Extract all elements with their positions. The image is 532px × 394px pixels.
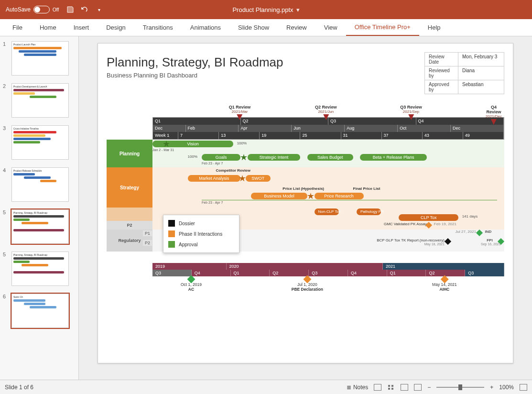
tab-help[interactable]: Help: [419, 19, 449, 36]
timescale: Q1Q2Q3Q4 DecFebAprJunAugOctDec Week 1713…: [152, 117, 504, 140]
timeline[interactable]: Q1 Review2021/Mar Q2 Review2021/Jun Q3 R…: [107, 105, 504, 296]
tab-design[interactable]: Design: [98, 19, 134, 36]
thumb-3[interactable]: 3Cross-Initiative Timeline: [0, 123, 78, 165]
ribbon-tabs: File Home Insert Design Transitions Anim…: [0, 19, 532, 36]
milestone-ac: Oct 1, 2019AC: [181, 276, 202, 292]
task-plans[interactable]: Beta + Release Plans: [360, 154, 427, 161]
slide-thumbnail-panel[interactable]: 1Product Launch Plan 2Product Developmen…: [0, 36, 79, 380]
zoom-in-button[interactable]: +: [490, 384, 493, 391]
meta-table: Review DateMon, February 3 Reviewed byDi…: [424, 52, 504, 94]
diamond-icon: [445, 238, 451, 245]
task-market-analysis[interactable]: Market Analysis: [188, 175, 240, 182]
tab-home[interactable]: Home: [31, 19, 65, 36]
review-q4: Q4 Review2021/Dec: [486, 105, 502, 125]
toggle-switch[interactable]: [33, 6, 50, 13]
task-business-model[interactable]: Business Model: [251, 193, 307, 199]
zoom-out-button[interactable]: −: [427, 384, 431, 391]
review-q2: Q2 Review2021/Jun: [315, 105, 337, 120]
reading-view-icon[interactable]: [401, 384, 408, 391]
task-price-research[interactable]: Price Research: [315, 193, 364, 199]
legend-item[interactable]: Phase II Interactions: [163, 229, 239, 239]
thumb-2[interactable]: 2Product Development & Launch: [0, 81, 78, 123]
task-clp-tox[interactable]: CLP Tox: [399, 214, 458, 221]
zoom-slider[interactable]: [436, 387, 484, 388]
tab-review[interactable]: Review: [278, 19, 315, 36]
quick-access-toolbar: ▾: [66, 6, 103, 13]
thumb-5b[interactable]: 5Planning, Strategy, BI Roadmap: [0, 250, 78, 292]
customize-qat-icon[interactable]: ▾: [95, 6, 103, 13]
diamond-icon: [476, 230, 483, 236]
task-intent[interactable]: Strategic Intent: [248, 154, 300, 161]
milestone-pbe: Jul 1, 2020PBE Declaration: [292, 276, 323, 292]
normal-view-icon[interactable]: [374, 384, 381, 391]
lane-planning[interactable]: Planning Vision 100% Jan 2 - Mar 31 Goal…: [107, 140, 504, 167]
title-bar: AutoSave Off ▾ Product Planning.pptx▾: [0, 0, 532, 19]
autosave-label: AutoSave: [6, 6, 31, 13]
task-swot[interactable]: SWOT: [246, 175, 271, 182]
fit-to-window-icon[interactable]: [520, 384, 527, 391]
undo-icon[interactable]: [81, 6, 88, 13]
notes-button[interactable]: ≣Notes: [347, 384, 368, 391]
tab-slideshow[interactable]: Slide Show: [229, 19, 278, 36]
zoom-level: 100%: [499, 384, 514, 391]
thumb-1[interactable]: 1Product Launch Plan: [0, 39, 78, 81]
thumb-5[interactable]: 5Planning, Strategy, BI Roadmap: [0, 208, 78, 250]
tab-file[interactable]: File: [4, 19, 31, 36]
svg-marker-0: [163, 141, 170, 147]
svg-marker-1: [240, 154, 247, 160]
year-band: 2019 2020 2021 Q3 Q4 Q1 Q2 Q3 Q4 Q1 Q2 Q…: [107, 263, 504, 296]
status-bar: Slide 1 of 6 ≣Notes − + 100%: [0, 380, 532, 394]
lane-strategy[interactable]: Strategy Competitor Review Market Analys…: [107, 167, 504, 208]
document-title: Product Planning.pptx▾: [232, 6, 299, 13]
save-icon[interactable]: [66, 6, 74, 13]
autosave-toggle[interactable]: AutoSave Off: [6, 6, 59, 13]
workspace: 1Product Launch Plan 2Product Developmen…: [0, 36, 532, 380]
tab-insert[interactable]: Insert: [65, 19, 98, 36]
milestone-burst-icon: [240, 154, 247, 161]
slide-indicator: Slide 1 of 6: [5, 384, 33, 391]
review-q1: Q1 Review2021/Mar: [229, 105, 251, 120]
task-goals[interactable]: Goals: [202, 154, 240, 161]
thumb-4[interactable]: 4Product Release Schedule: [0, 165, 78, 208]
legend-item[interactable]: Dossier: [163, 218, 239, 229]
autosave-state: Off: [53, 7, 59, 12]
milestone-burst-icon: [239, 175, 246, 182]
slide-canvas-area[interactable]: Planning, Strategy, BI Roadmap Business …: [79, 36, 532, 380]
milestone-aihc: May 14, 2021AIHC: [432, 276, 457, 292]
milestone-burst-icon: [163, 141, 170, 147]
legend-item[interactable]: Approval: [163, 239, 239, 250]
svg-marker-3: [307, 193, 314, 199]
slideshow-view-icon[interactable]: [414, 384, 422, 391]
thumb-6[interactable]: 6Swim Ch: [0, 292, 78, 334]
tab-transitions[interactable]: Transitions: [134, 19, 182, 36]
tab-animations[interactable]: Animations: [182, 19, 229, 36]
legend-popup[interactable]: Dossier Phase II Interactions Approval: [163, 215, 239, 253]
sorter-view-icon[interactable]: [387, 384, 395, 391]
task-budget[interactable]: Sales Budget: [307, 154, 353, 161]
review-q3: Q3 Review2021/Sep: [400, 105, 422, 120]
svg-marker-2: [239, 175, 246, 181]
tab-view[interactable]: View: [315, 19, 346, 36]
notes-icon: ≣: [347, 384, 351, 391]
slide[interactable]: Planning, Strategy, BI Roadmap Business …: [98, 43, 513, 363]
tab-office-timeline[interactable]: Office Timeline Pro+: [346, 19, 419, 36]
milestone-burst-icon: [307, 193, 314, 199]
